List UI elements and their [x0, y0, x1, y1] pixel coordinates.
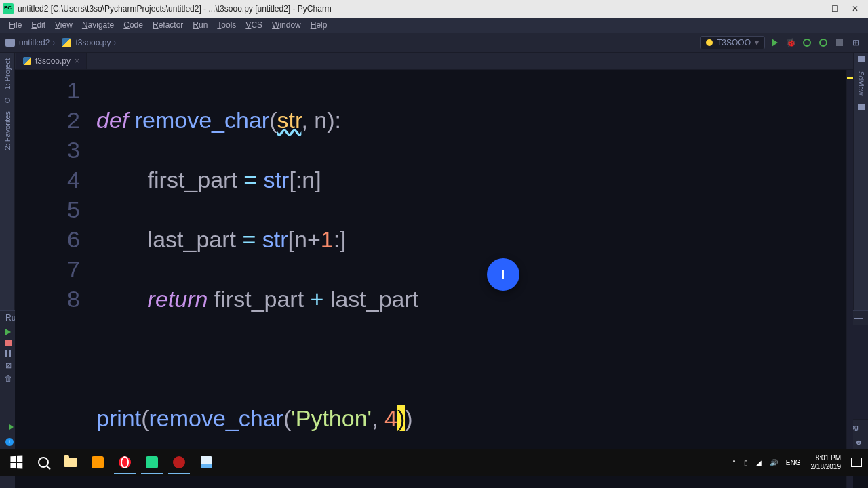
folder-icon [5, 39, 15, 47]
run-config-selector[interactable]: T3SOOO ▾ [700, 36, 765, 49]
opera-icon [119, 456, 131, 468]
action-center-icon[interactable] [848, 458, 865, 467]
editor-tab-active[interactable]: t3sooo.py × [16, 53, 87, 69]
database-tab-icon[interactable] [858, 104, 865, 110]
record-icon [173, 456, 185, 468]
close-button[interactable]: ✕ [845, 1, 865, 16]
taskbar-recorder[interactable] [165, 450, 193, 474]
tab-filename: t3sooo.py [35, 56, 71, 66]
menu-view[interactable]: View [50, 20, 77, 30]
profile-button[interactable] [816, 36, 830, 49]
code-content[interactable]: def remove_char(str, n): first_part = st… [96, 70, 846, 488]
taskbar-opera[interactable] [111, 450, 138, 474]
run-config-name: T3SOOO [717, 38, 751, 47]
tray-clock[interactable]: 8:01 PM 2/18/2019 [806, 453, 847, 471]
menu-window[interactable]: Window [267, 20, 306, 30]
menu-help[interactable]: Help [306, 20, 332, 30]
info-icon[interactable]: i [5, 438, 14, 446]
cursor-overlay-icon: I [487, 258, 519, 291]
python-file-icon [23, 57, 31, 65]
chevron-down-icon: ▾ [755, 38, 759, 47]
database-tool-icon[interactable] [858, 56, 865, 62]
tray-language[interactable]: ENG [783, 459, 804, 466]
chevron-right-icon: › [50, 38, 58, 47]
windows-taskbar: ˄ ▯ ◢ 🔊 ENG 8:01 PM 2/18/2019 [0, 449, 868, 476]
code-editor[interactable]: 1 2 3 4 5 6 7 8 def remove_char(str, n):… [15, 70, 853, 488]
sciview-tool-tab[interactable]: SciView [857, 69, 865, 97]
pycharm-icon [3, 3, 14, 14]
menu-tools[interactable]: Tools [212, 20, 241, 30]
minimize-button[interactable]: — [804, 1, 825, 16]
main-area: 1: Project 2: Favorites t3sooo.py × 1 2 … [0, 53, 868, 310]
error-stripe[interactable] [846, 70, 853, 488]
rerun-button[interactable] [5, 329, 11, 336]
breadcrumb-file[interactable]: t3sooo.py [75, 38, 111, 47]
stop-button[interactable] [5, 340, 12, 346]
tray-battery-icon[interactable]: ▯ [741, 459, 751, 466]
right-tool-gutter: SciView [853, 53, 868, 310]
window-title: untitled2 [C:\Users\t3so\PycharmProjects… [18, 4, 804, 14]
tray-volume-icon[interactable]: 🔊 [766, 459, 781, 466]
python-file-icon [62, 38, 71, 47]
debug-button[interactable]: 🐞 [784, 36, 797, 49]
run-button[interactable] [768, 36, 781, 49]
menu-file[interactable]: File [4, 20, 26, 30]
taskbar-pycharm[interactable] [138, 450, 165, 474]
search-icon [38, 457, 49, 468]
stop-button[interactable] [833, 36, 846, 49]
menu-navigate[interactable]: Navigate [77, 20, 119, 30]
menu-bar: File Edit View Navigate Code Refactor Ru… [0, 18, 868, 33]
close-tab-icon[interactable]: × [75, 56, 79, 66]
menu-code[interactable]: Code [119, 20, 148, 30]
structure-tool-icon[interactable] [5, 98, 10, 103]
trash-button[interactable]: 🗑 [5, 374, 12, 382]
taskbar-search[interactable] [30, 450, 57, 474]
maximize-button[interactable]: ☐ [825, 1, 845, 16]
exit-button[interactable]: ⊠ [5, 361, 12, 370]
project-tool-tab[interactable]: 1: Project [3, 56, 12, 92]
python-icon [706, 39, 713, 46]
menu-edit[interactable]: Edit [26, 20, 50, 30]
editor-tabs: t3sooo.py × [15, 53, 853, 70]
editor-column: t3sooo.py × 1 2 3 4 5 6 7 8 def remove_c… [15, 53, 853, 310]
line-number-gutter: 1 2 3 4 5 6 7 8 [15, 70, 96, 488]
chevron-right-icon: › [111, 38, 119, 47]
left-tool-gutter: 1: Project 2: Favorites [0, 53, 15, 310]
taskbar-notepad[interactable] [193, 450, 220, 474]
pycharm-icon [146, 456, 158, 468]
tray-wifi-icon[interactable]: ◢ [753, 459, 765, 466]
search-button[interactable]: ⊞ [849, 36, 863, 49]
tray-overflow-icon[interactable]: ˄ [729, 459, 739, 466]
menu-refactor[interactable]: Refactor [148, 20, 188, 30]
start-button[interactable] [3, 450, 30, 474]
navigation-bar: untitled2 › t3sooo.py › T3SOOO ▾ 🐞 ⊞ [0, 33, 868, 53]
taskbar-explorer[interactable] [57, 450, 84, 474]
window-titlebar: untitled2 [C:\Users\t3so\PycharmProjects… [0, 0, 868, 18]
notepad-icon [201, 456, 212, 468]
sublime-icon [92, 456, 104, 468]
folder-icon [64, 458, 77, 467]
pause-button[interactable] [5, 350, 11, 357]
system-tray: ˄ ▯ ◢ 🔊 ENG 8:01 PM 2/18/2019 [729, 453, 865, 471]
menu-vcs[interactable]: VCS [241, 20, 267, 30]
menu-run[interactable]: Run [188, 20, 212, 30]
favorites-tool-tab[interactable]: 2: Favorites [3, 108, 12, 152]
breadcrumb-project[interactable]: untitled2 [19, 38, 50, 47]
coverage-button[interactable] [800, 36, 814, 49]
taskbar-sublime[interactable] [84, 450, 111, 474]
windows-logo-icon [10, 456, 22, 469]
